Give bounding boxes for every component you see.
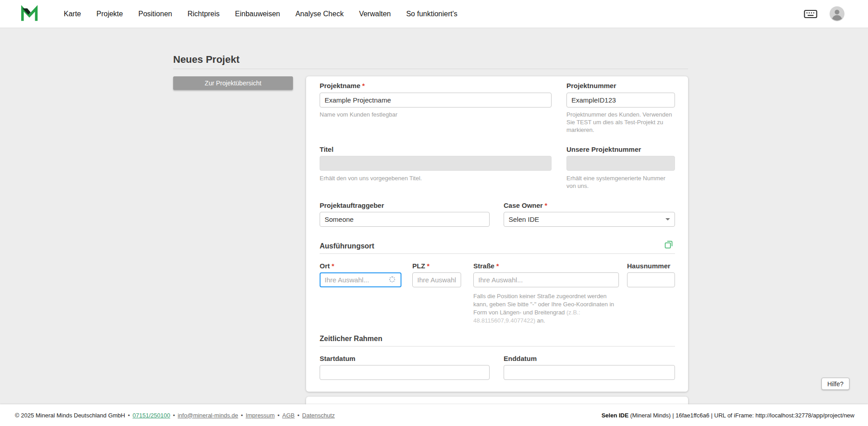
datenschutz-link[interactable]: Datenschutz <box>302 412 335 419</box>
titel-label: Titel <box>320 145 334 154</box>
page-title: Neues Projekt <box>173 54 240 66</box>
footer: © 2025 Mineral Minds Deutschland GmbH • … <box>0 404 868 426</box>
titel-helper: Erhält den von uns vorgegebenen Titel. <box>320 174 552 182</box>
impressum-link[interactable]: Impressum <box>245 412 274 419</box>
help-button[interactable]: Hilfe? <box>821 378 849 390</box>
strasse-input[interactable] <box>473 272 619 287</box>
section-ausfuehrungsort-title: Ausführungsort <box>320 242 374 250</box>
projektnummer-label: Projektnummer <box>566 82 616 90</box>
title-divider <box>173 69 688 69</box>
unsere-projektnummer-input <box>566 156 675 171</box>
copyright-text: © 2025 Mineral Minds Deutschland GmbH <box>15 412 125 419</box>
nav-item-analyse-check[interactable]: Analyse Check <box>295 10 344 18</box>
projektnummer-helper: Projektnummer des Kunden. Verwenden Sie … <box>566 111 675 134</box>
projektname-input[interactable] <box>320 93 552 108</box>
footer-separator: • <box>297 412 300 419</box>
nav-item-einbauweisen[interactable]: Einbauweisen <box>235 10 280 18</box>
projektname-label: Projektname* <box>320 82 365 90</box>
section-divider <box>320 346 675 346</box>
footer-separator: • <box>241 412 243 419</box>
strasse-helper-main: Falls die Position keiner Straße zugeord… <box>473 293 614 316</box>
keyboard-icon[interactable] <box>804 9 817 19</box>
session-details: (Mineral Minds) | 16fae1ffc6a6 | URL of … <box>628 412 854 419</box>
case-owner-label: Case Owner* <box>504 201 547 210</box>
plz-label: PLZ* <box>412 262 429 270</box>
nav-item-karte[interactable]: Karte <box>64 10 81 18</box>
hausnummer-label: Hausnummer <box>627 262 670 270</box>
required-asterisk: * <box>496 262 499 270</box>
strasse-helper-end: an. <box>535 317 545 324</box>
strasse-helper: Falls die Position keiner Straße zugeord… <box>473 292 619 325</box>
strasse-label-text: Straße <box>473 262 495 270</box>
hausnummer-input[interactable] <box>627 272 675 287</box>
ort-label-text: Ort <box>320 262 330 270</box>
plz-label-text: PLZ <box>412 262 425 270</box>
enddatum-label: Enddatum <box>504 355 537 363</box>
required-asterisk: * <box>332 262 335 270</box>
app-logo[interactable] <box>20 5 39 23</box>
session-info: Selen IDE (Mineral Minds) | 16fae1ffc6a6… <box>601 412 854 419</box>
nav-item-projekte[interactable]: Projekte <box>96 10 123 18</box>
navbar-right <box>804 6 844 21</box>
projektname-helper: Name vom Kunden festlegbar <box>320 111 552 118</box>
agb-link[interactable]: AGB <box>282 412 294 419</box>
required-asterisk: * <box>362 82 365 89</box>
top-navbar: Karte Projekte Positionen Richtpreis Ein… <box>0 0 868 28</box>
footer-separator: • <box>128 412 130 419</box>
case-owner-label-text: Case Owner <box>504 201 543 209</box>
unsere-projektnummer-label: Unsere Projektnummer <box>566 145 641 154</box>
loading-spinner-icon <box>389 276 395 282</box>
footer-separator: • <box>173 412 175 419</box>
copy-icon[interactable] <box>663 239 674 250</box>
footer-left: © 2025 Mineral Minds Deutschland GmbH • … <box>15 412 335 419</box>
user-avatar[interactable] <box>830 6 844 21</box>
section-zeitlicher-rahmen-title: Zeitlicher Rahmen <box>320 335 382 343</box>
footer-separator: • <box>278 412 280 419</box>
enddatum-input[interactable] <box>504 365 675 380</box>
projektauftraggeber-label: Projektauftraggeber <box>320 201 384 210</box>
nav-item-so-funktionierts[interactable]: So funktioniert's <box>406 10 457 18</box>
main-nav: Karte Projekte Positionen Richtpreis Ein… <box>64 10 458 18</box>
unsere-projektnummer-helper: Erhält eine systemgenerierte Nummer von … <box>566 174 675 190</box>
case-owner-selected-value: Selen IDE <box>509 215 539 223</box>
strasse-label: Straße* <box>473 262 499 270</box>
chevron-down-icon <box>665 218 670 220</box>
ort-label: Ort* <box>320 262 334 270</box>
nav-item-richtpreis[interactable]: Richtpreis <box>188 10 220 18</box>
plz-input[interactable] <box>412 272 461 287</box>
titel-input <box>320 156 552 171</box>
new-project-form-card: Projektname* Name vom Kunden festlegbar … <box>306 76 688 392</box>
phone-link[interactable]: 07151/250100 <box>132 412 170 419</box>
back-to-project-overview-button[interactable]: Zur Projektübersicht <box>173 76 293 90</box>
required-asterisk: * <box>427 262 429 270</box>
startdatum-label: Startdatum <box>320 355 355 363</box>
projektauftraggeber-input[interactable] <box>320 212 490 227</box>
startdatum-input[interactable] <box>320 365 490 380</box>
projektnummer-input[interactable] <box>566 93 675 108</box>
next-form-card-partial <box>306 397 688 404</box>
nav-item-verwalten[interactable]: Verwalten <box>359 10 391 18</box>
mineral-minds-logo-icon <box>20 5 39 23</box>
email-link[interactable]: info@mineral-minds.de <box>178 412 238 419</box>
case-owner-select[interactable]: Selen IDE <box>504 212 675 227</box>
nav-item-positionen[interactable]: Positionen <box>138 10 172 18</box>
projektname-label-text: Projektname <box>320 82 360 89</box>
session-user: Selen IDE <box>601 412 628 419</box>
section-divider <box>320 253 675 254</box>
required-asterisk: * <box>545 201 547 209</box>
